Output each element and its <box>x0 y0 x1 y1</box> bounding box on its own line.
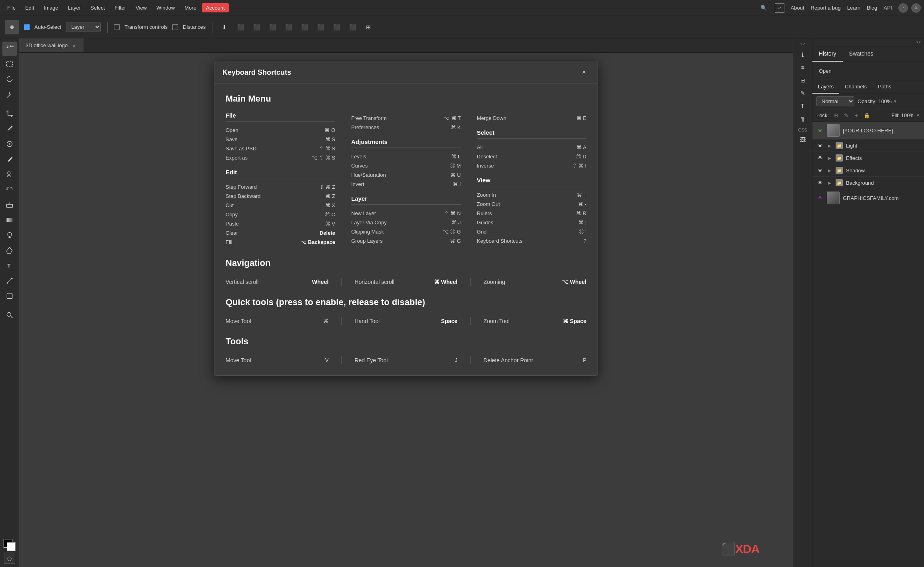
tool-path-selection[interactable] <box>2 274 17 288</box>
align-right-icon[interactable]: ⬛ <box>267 22 278 33</box>
auto-select-checkbox[interactable] <box>24 24 30 30</box>
menu-more[interactable]: More <box>180 3 200 12</box>
layer-item[interactable]: 👁 ▶ 📁 Light <box>812 140 924 152</box>
layer-item[interactable]: 👁 ▶ 📁 Effects <box>812 152 924 164</box>
modal-close-button[interactable]: × <box>578 67 590 78</box>
tool-lasso[interactable] <box>2 72 17 86</box>
download-icon[interactable]: ⬇ <box>219 22 230 33</box>
shortcut-curves: Curves ⌘ M <box>351 161 461 170</box>
layer-expand-btn[interactable]: ▶ <box>827 143 832 148</box>
distribute-h-icon[interactable]: ⬛ <box>331 22 342 33</box>
distances-checkbox[interactable] <box>172 24 178 30</box>
layer-visibility-toggle[interactable]: 👁 <box>816 167 824 174</box>
fill-value[interactable]: 100% <box>901 112 914 118</box>
shortcut-action: Step Backward <box>226 193 260 199</box>
tool-heal[interactable] <box>2 137 17 151</box>
menu-select[interactable]: Select <box>86 3 109 12</box>
menu-image[interactable]: Image <box>40 3 62 12</box>
layer-item[interactable]: 👁 ▶ 📁 Background <box>812 177 924 189</box>
menu-window[interactable]: Window <box>152 3 179 12</box>
layer-item[interactable]: 👁 GRAPHICSFAMILY.com <box>812 189 924 207</box>
lock-all-btn[interactable]: 🔒 <box>863 112 870 119</box>
panel-collapse-right[interactable]: >< <box>916 40 921 44</box>
image-icon-btn[interactable]: 🖼 <box>797 134 808 145</box>
background-color[interactable] <box>7 542 16 551</box>
layer-expand-btn[interactable]: ▶ <box>827 180 832 186</box>
fill-arrow[interactable]: ▼ <box>916 113 920 118</box>
api-link[interactable]: API <box>884 5 892 11</box>
tool-type[interactable]: T <box>2 258 17 273</box>
menu-filter[interactable]: Filter <box>110 3 130 12</box>
info-icon-btn[interactable]: ℹ <box>797 49 808 60</box>
tool-gradient[interactable] <box>2 213 17 227</box>
twitter-icon[interactable]: 𝕏 <box>911 3 921 13</box>
tool-stamp[interactable] <box>2 167 17 182</box>
fullscreen-button[interactable]: ⤢ <box>775 3 784 13</box>
shortcut-key: ⌘ X <box>325 202 335 208</box>
align-left-icon[interactable]: ⬛ <box>235 22 246 33</box>
layer-item[interactable]: 👁 [YOUR LOGO HERE] <box>812 122 924 140</box>
layers-icon-btn[interactable]: ≡ <box>797 62 808 73</box>
blend-mode-select[interactable]: Normal Multiply Screen <box>816 96 854 106</box>
brush-icon-btn[interactable]: ✎ <box>797 88 808 99</box>
blog-link[interactable]: Blog <box>867 5 877 11</box>
move-tool-btn[interactable] <box>5 20 19 34</box>
align-top-icon[interactable]: ⬛ <box>283 22 294 33</box>
menu-edit[interactable]: Edit <box>21 3 38 12</box>
foreground-background-colors[interactable] <box>4 539 16 551</box>
layer-visibility-toggle[interactable]: 👁 <box>816 194 824 202</box>
tool-history-brush[interactable] <box>2 182 17 197</box>
tab-swatches[interactable]: Swatches <box>843 46 880 62</box>
menu-file[interactable]: File <box>3 3 20 12</box>
align-bottom-icon[interactable]: ⬛ <box>315 22 326 33</box>
opacity-value[interactable]: 100% <box>878 98 892 104</box>
tool-zoom[interactable] <box>2 308 17 322</box>
quick-mask-btn[interactable]: ◯ <box>4 553 15 564</box>
align-center-h-icon[interactable]: ⬛ <box>251 22 262 33</box>
layer-expand-btn[interactable]: ▶ <box>827 155 832 161</box>
report-bug-link[interactable]: Report a bug <box>811 5 841 11</box>
tool-magic-wand[interactable] <box>2 87 17 102</box>
align-center-v-icon[interactable]: ⬛ <box>299 22 310 33</box>
tab-channels[interactable]: Channels <box>839 80 872 94</box>
opacity-arrow[interactable]: ▼ <box>893 99 897 104</box>
layer-visibility-toggle[interactable]: 👁 <box>816 127 824 134</box>
tab-layers[interactable]: Layers <box>812 80 839 94</box>
tool-pen[interactable] <box>2 243 17 258</box>
learn-link[interactable]: Learn <box>847 5 860 11</box>
grid-icon[interactable]: ⊞ <box>363 22 374 33</box>
tab-paths[interactable]: Paths <box>872 80 897 94</box>
distribute-v-icon[interactable]: ⬛ <box>347 22 358 33</box>
tool-select-rect[interactable] <box>2 57 17 71</box>
canvas-tab[interactable]: 3D office wall logo × <box>19 38 84 52</box>
layer-expand-btn[interactable]: ▶ <box>827 168 832 173</box>
paragraph-icon-btn[interactable]: ¶ <box>797 113 808 124</box>
tool-shape[interactable] <box>2 289 17 303</box>
lock-pixels-btn[interactable]: ✎ <box>842 112 850 119</box>
tool-brush[interactable] <box>2 152 17 166</box>
layer-visibility-toggle[interactable]: 👁 <box>816 154 824 162</box>
tool-crop[interactable] <box>2 106 17 121</box>
menu-view[interactable]: View <box>132 3 151 12</box>
search-button[interactable]: 🔍 <box>759 3 768 13</box>
tool-eraser[interactable] <box>2 198 17 212</box>
menu-layer[interactable]: Layer <box>64 3 85 12</box>
lock-transparent-btn[interactable]: ⊞ <box>832 112 839 119</box>
panel-collapse-left[interactable]: <> <box>800 42 805 46</box>
transform-controls-checkbox[interactable] <box>114 24 120 30</box>
lock-position-btn[interactable]: + <box>853 112 860 119</box>
tab-history[interactable]: History <box>812 46 843 62</box>
tool-eyedropper[interactable] <box>2 122 17 136</box>
menu-account[interactable]: Account <box>202 3 229 12</box>
layer-select[interactable]: Layer Group <box>66 22 101 32</box>
about-link[interactable]: About <box>791 5 804 11</box>
layer-item[interactable]: 👁 ▶ 📁 Shadow <box>812 164 924 177</box>
layer-visibility-toggle[interactable]: 👁 <box>816 142 824 149</box>
text-icon-btn[interactable]: T <box>797 100 808 112</box>
tool-move[interactable] <box>2 42 17 56</box>
reddit-icon[interactable]: r <box>898 3 908 13</box>
layer-visibility-toggle[interactable]: 👁 <box>816 179 824 186</box>
tool-dodge[interactable] <box>2 228 17 242</box>
tab-close-button[interactable]: × <box>71 42 77 49</box>
adjustment-icon-btn[interactable]: ⊟ <box>797 75 808 86</box>
